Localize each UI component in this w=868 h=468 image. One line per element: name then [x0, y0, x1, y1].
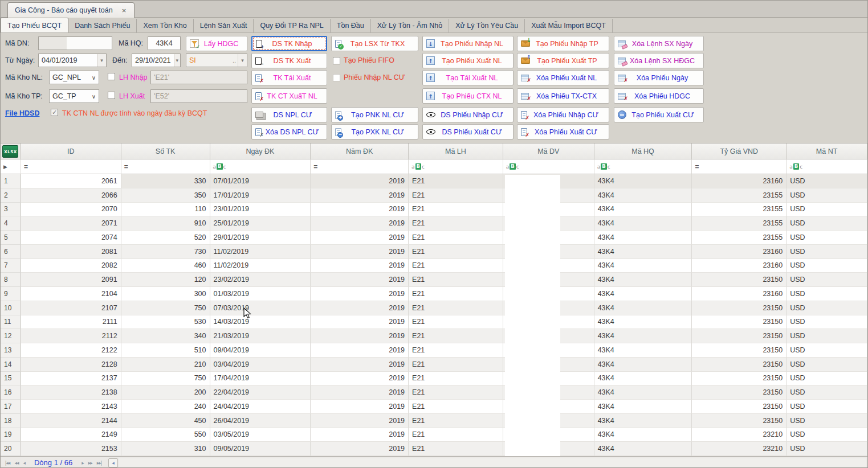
cell-ma_nt[interactable]: USD	[787, 188, 867, 203]
cell-id[interactable]: 2091	[21, 273, 121, 287]
ds-npl-cu-button[interactable]: DS NPL CƯ	[251, 107, 327, 122]
cell-ma_hq[interactable]: 43K4	[594, 188, 692, 203]
dropdown-arrow-icon[interactable]: ▾	[238, 54, 247, 67]
export-xlsx-button[interactable]: XLSX	[1, 143, 21, 159]
cell-ma_nt[interactable]: USD	[787, 428, 867, 442]
row-indicator[interactable]: 13	[1, 343, 21, 358]
cell-ma_nt[interactable]: USD	[787, 414, 867, 428]
cell-ma_lh[interactable]: E21	[409, 231, 503, 245]
cell-nam_dk[interactable]: 2019	[311, 315, 409, 330]
cell-ma_lh[interactable]: E21	[409, 174, 503, 188]
close-icon[interactable]: ×	[121, 6, 128, 15]
row-indicator[interactable]: 19	[1, 428, 21, 442]
row-indicator[interactable]: 6	[1, 245, 21, 259]
cell-ma_lh[interactable]: E21	[409, 358, 503, 372]
xoa-lenh-sx-ngay-button[interactable]: Xóa Lệnh SX Ngày	[614, 36, 704, 51]
cell-nam_dk[interactable]: 2019	[311, 231, 409, 245]
row-indicator[interactable]: 1	[1, 174, 21, 188]
phieu-nhap-nl-cu-option[interactable]: Phiếu Nhập NL CƯ	[333, 73, 405, 81]
cell-id[interactable]: 2143	[21, 400, 121, 414]
cell-ma_lh[interactable]: E21	[409, 428, 503, 442]
cell-ty_gia[interactable]: 23150	[692, 385, 787, 400]
cell-ngay_dk[interactable]: 01/03/2019	[210, 287, 311, 301]
ma-kho-nl-combo[interactable]: GC_NPL ∨	[49, 71, 99, 84]
cell-ma_nt[interactable]: USD	[787, 259, 867, 273]
ma-dn-input[interactable]	[38, 36, 112, 50]
cell-ma_hq[interactable]: 43K4	[594, 372, 692, 386]
cell-ngay_dk[interactable]: 03/05/2019	[210, 428, 311, 442]
cell-ma_nt[interactable]: USD	[787, 385, 867, 400]
cell-ty_gia[interactable]: 23210	[692, 428, 787, 442]
cell-so_tk[interactable]: 110	[121, 203, 210, 217]
row-indicator[interactable]: 15	[1, 372, 21, 386]
cell-ma_hq[interactable]: 43K4	[594, 174, 692, 188]
cell-ma_nt[interactable]: USD	[787, 358, 867, 372]
cell-ty_gia[interactable]: 23150	[692, 400, 787, 414]
cell-so_tk[interactable]: 350	[121, 188, 210, 203]
cell-ngay_dk[interactable]: 09/04/2019	[210, 343, 311, 358]
tab-xem-ton-kho[interactable]: Xem Tồn Kho	[137, 19, 193, 32]
tk-tai-xuat-button[interactable]: ✗ TK Tái Xuất	[251, 70, 327, 85]
cell-ngay_dk[interactable]: 07/01/2019	[210, 174, 311, 188]
cell-id[interactable]: 2107	[21, 301, 121, 315]
cell-ma_nt[interactable]: USD	[787, 174, 867, 188]
cell-so_tk[interactable]: 340	[121, 329, 210, 343]
row-indicator[interactable]: 18	[1, 414, 21, 428]
cell-nam_dk[interactable]: 2019	[311, 216, 409, 231]
cell-ma_hq[interactable]: 43K4	[594, 231, 692, 245]
cell-nam_dk[interactable]: 2019	[311, 400, 409, 414]
dropdown-arrow-icon[interactable]: ▾	[174, 54, 180, 67]
tao-pnk-nl-cu-button[interactable]: + Tạo PNK NL CƯ	[331, 107, 418, 122]
tab-ton-dau[interactable]: Tồn Đầu	[331, 19, 371, 32]
cell-ngay_dk[interactable]: 11/02/2019	[210, 259, 311, 273]
prev-page-button[interactable]: ◂◂	[12, 460, 21, 466]
xoa-phieu-ngay-button[interactable]: ✗ Xóa Phiếu Ngày	[614, 70, 704, 85]
tao-phieu-xuat-tp-button[interactable]: ↑ Tạo Phiếu Xuất TP	[517, 53, 609, 68]
tab-tao-phieu-bcqt[interactable]: Tạo Phiếu BCQT	[1, 18, 68, 32]
cell-nam_dk[interactable]: 2019	[311, 174, 409, 188]
cell-ngay_dk[interactable]: 03/04/2019	[210, 358, 311, 372]
cell-nam_dk[interactable]: 2019	[311, 188, 409, 203]
cell-id[interactable]: 2081	[21, 245, 121, 259]
cell-ngay_dk[interactable]: 25/01/2019	[210, 216, 311, 231]
row-indicator[interactable]: 11	[1, 315, 21, 330]
filter-cell-ma_lh[interactable]: aBc	[409, 159, 503, 174]
cell-nam_dk[interactable]: 2019	[311, 385, 409, 400]
cell-ngay_dk[interactable]: 09/05/2019	[210, 442, 311, 456]
cell-ma_lh[interactable]: E21	[409, 442, 503, 456]
cell-so_tk[interactable]: 750	[121, 301, 210, 315]
cell-nam_dk[interactable]: 2019	[311, 301, 409, 315]
filter-cell-id[interactable]: =	[21, 159, 121, 174]
xoa-lenh-sx-hdgc-button[interactable]: Xóa Lệnh SX HĐGC	[614, 53, 704, 68]
last-row-button[interactable]: ▸▸|	[95, 460, 104, 466]
ds-tk-xuat-button[interactable]: − DS TK Xuất	[251, 53, 327, 68]
column-header-ma_dv[interactable]: Mã DV	[503, 143, 594, 159]
cell-nam_dk[interactable]: 2019	[311, 428, 409, 442]
hscroll-track[interactable]	[119, 458, 866, 467]
cell-id[interactable]: 2138	[21, 385, 121, 400]
tao-phieu-xuat-cu-button[interactable]: Tạo Phiếu Xuất CƯ	[614, 107, 704, 122]
cell-ma_hq[interactable]: 43K4	[594, 259, 692, 273]
cell-ma_nt[interactable]: USD	[787, 400, 867, 414]
cell-id[interactable]: 2144	[21, 414, 121, 428]
column-header-ma_lh[interactable]: Mã LH	[409, 143, 503, 159]
cell-so_tk[interactable]: 210	[121, 358, 210, 372]
first-row-button[interactable]: |◂◂	[3, 460, 12, 466]
cell-ty_gia[interactable]: 23155	[692, 231, 787, 245]
cell-ma_nt[interactable]: USD	[787, 216, 867, 231]
cell-nam_dk[interactable]: 2019	[311, 343, 409, 358]
cell-ma_nt[interactable]: USD	[787, 287, 867, 301]
column-header-nam_dk[interactable]: Năm ĐK	[311, 143, 409, 159]
cell-id[interactable]: 2137	[21, 372, 121, 386]
cell-so_tk[interactable]: 310	[121, 442, 210, 456]
cell-ma_lh[interactable]: E21	[409, 315, 503, 330]
cell-ty_gia[interactable]: 23150	[692, 343, 787, 358]
cell-ma_lh[interactable]: E21	[409, 385, 503, 400]
row-indicator[interactable]: 4	[1, 216, 21, 231]
cell-id[interactable]: 2061	[21, 174, 121, 188]
ds-phieu-nhap-cu-button[interactable]: DS Phiếu Nhập CƯ	[422, 107, 514, 122]
cell-so_tk[interactable]: 460	[121, 259, 210, 273]
prev-row-button[interactable]: ◂	[21, 460, 27, 466]
xoa-phieu-nhap-cu-button[interactable]: ✗ Xóa Phiếu Nhập CƯ	[517, 107, 609, 122]
tab-xu-ly-ton-am-nho[interactable]: Xử Lý Tồn - Âm Nhỏ	[371, 19, 449, 32]
